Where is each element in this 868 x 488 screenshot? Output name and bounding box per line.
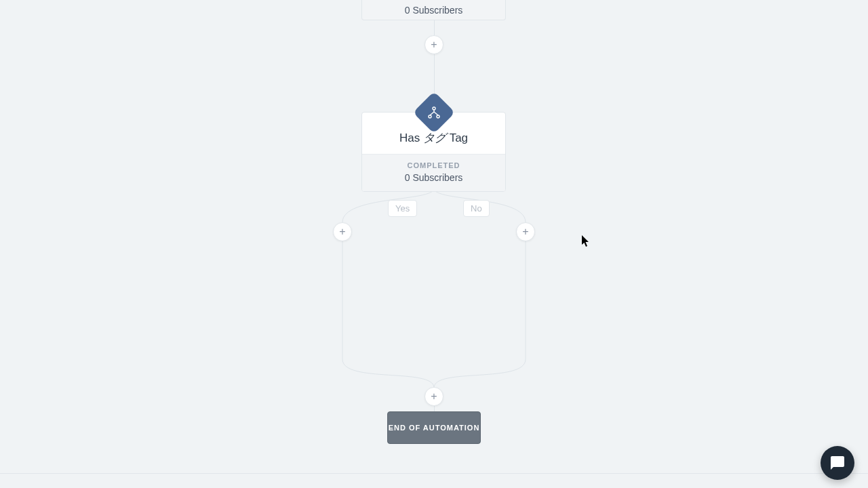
add-step-no-button[interactable]: + <box>516 222 535 241</box>
condition-status-label: COMPLETED <box>368 161 500 169</box>
svg-point-1 <box>429 115 431 118</box>
plus-icon: + <box>431 390 437 403</box>
svg-point-0 <box>433 107 435 110</box>
plus-icon: + <box>522 226 528 238</box>
chat-icon <box>829 455 846 471</box>
plus-icon: + <box>431 39 437 51</box>
condition-title-tag: タグ <box>423 131 446 144</box>
chat-launcher-button[interactable] <box>821 446 854 480</box>
trigger-subscribers-text: 0 Subscribers <box>405 5 463 16</box>
cursor-icon <box>582 235 591 247</box>
add-step-yes-button[interactable]: + <box>333 222 352 241</box>
add-step-button[interactable]: + <box>425 35 443 54</box>
add-step-merge-button[interactable]: + <box>425 387 443 406</box>
condition-title-suffix: Tag <box>446 131 468 144</box>
plus-icon: + <box>339 226 345 238</box>
branch-connectors <box>332 183 536 400</box>
connector-line <box>434 54 435 98</box>
branch-no-label[interactable]: No <box>463 200 490 217</box>
connector-line <box>434 20 435 35</box>
end-label: END OF AUTOMATION <box>389 424 480 432</box>
branch-icon <box>427 106 441 119</box>
end-of-automation-node[interactable]: END OF AUTOMATION <box>387 411 481 444</box>
branch-yes-label[interactable]: Yes <box>388 200 417 217</box>
condition-node-icon <box>419 98 449 127</box>
footer-divider <box>0 473 868 474</box>
trigger-node-footer[interactable]: 0 Subscribers <box>361 0 506 20</box>
connector-line <box>434 406 435 411</box>
no-text: No <box>471 203 482 214</box>
svg-point-2 <box>437 115 439 118</box>
yes-text: Yes <box>395 203 410 214</box>
automation-canvas[interactable]: 0 Subscribers + Has タグ Tag COMPLETED <box>0 0 868 488</box>
condition-title-prefix: Has <box>399 131 423 144</box>
condition-footer: COMPLETED 0 Subscribers <box>362 154 505 191</box>
condition-subscribers-text: 0 Subscribers <box>368 172 500 183</box>
